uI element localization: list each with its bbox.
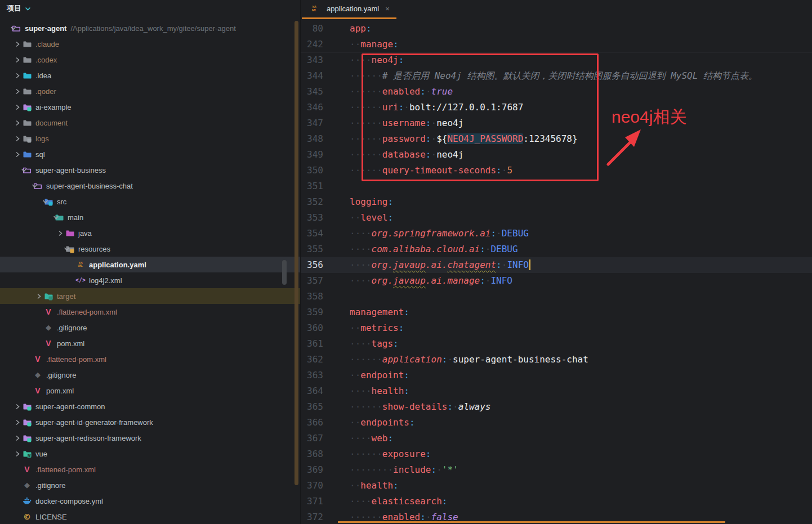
chevron-down-icon[interactable] bbox=[34, 197, 44, 206]
tree-item-docker-compose-yml[interactable]: docker-compose.yml bbox=[0, 493, 300, 509]
tree-item-license[interactable]: ©LICENSE bbox=[0, 509, 300, 524]
chevron-down-icon[interactable] bbox=[2, 24, 12, 33]
tree-item-gitignore[interactable]: ◆.gitignore bbox=[0, 367, 300, 383]
tree-item-codex[interactable]: .codex bbox=[0, 52, 300, 68]
tree-item-label: .idea bbox=[35, 71, 51, 80]
code-line-359[interactable]: 359management: bbox=[301, 304, 812, 320]
tree-item-flattened-pom-xml[interactable]: V.flattened-pom.xml bbox=[0, 304, 300, 320]
chevron-down-icon[interactable] bbox=[24, 181, 33, 190]
tree-item-flattened-pom-xml[interactable]: V.flattened-pom.xml bbox=[0, 462, 300, 477]
tree-item-claude[interactable]: .claude bbox=[0, 36, 300, 52]
tree-item-target[interactable]: target bbox=[0, 288, 300, 304]
tab-application-yaml[interactable]: YAML application.yaml × bbox=[302, 0, 396, 19]
code-line-356[interactable]: 356····org.javaup.ai.chatagent:·INFO bbox=[301, 257, 812, 273]
svg-text:V: V bbox=[28, 454, 31, 458]
code-line-344[interactable]: 344······# 是否启用 Neo4j 结构图。默认关闭，关闭时结构图服务自… bbox=[301, 68, 812, 84]
chevron-right-icon[interactable] bbox=[13, 402, 23, 411]
chevron-right-icon[interactable] bbox=[13, 150, 23, 159]
chevron-right-icon[interactable] bbox=[13, 433, 23, 442]
tree-item-super-agent-common[interactable]: super-agent-common bbox=[0, 398, 300, 414]
tree-item-resources[interactable]: resources bbox=[0, 241, 300, 257]
folder-icon bbox=[65, 229, 74, 238]
tree-item-super-agent-business-chat[interactable]: super-agent-business-chat bbox=[0, 178, 300, 194]
code-line-371[interactable]: 371····elasticsearch: bbox=[301, 494, 812, 509]
code-line-358[interactable]: 358 bbox=[301, 289, 812, 304]
tree-item-sql[interactable]: sql bbox=[0, 146, 300, 162]
code-line-362[interactable]: 362······application:·super-agent-busine… bbox=[301, 352, 812, 368]
chevron-down-icon[interactable] bbox=[45, 213, 55, 222]
code-line-357[interactable]: 357····org.javaup.ai.manage:·INFO bbox=[301, 273, 812, 289]
code-line-346[interactable]: 346······uri:·bolt://127.0.0.1:7687 bbox=[301, 100, 812, 115]
tree-item-super-agent[interactable]: super-agent/Applications/java/idea_work_… bbox=[0, 20, 300, 36]
code-line-360[interactable]: 360··metrics: bbox=[301, 320, 812, 336]
tree-item-application-yaml[interactable]: YAMLapplication.yaml bbox=[0, 257, 300, 272]
tree-scrollbar-thumb[interactable] bbox=[282, 260, 287, 285]
code-line-370[interactable]: 370··health: bbox=[301, 478, 812, 494]
chevron-down-icon[interactable] bbox=[13, 165, 23, 174]
chevron-right-icon[interactable] bbox=[13, 134, 23, 143]
code-line-365[interactable]: 365······show-details:·always bbox=[301, 399, 812, 415]
tree-item-gitignore[interactable]: ◆.gitignore bbox=[0, 477, 300, 493]
code-line-364[interactable]: 364····health: bbox=[301, 383, 812, 399]
code-line-369[interactable]: 369········include:·'*' bbox=[301, 462, 812, 478]
line-number: 354 bbox=[301, 226, 323, 241]
code-line-242[interactable]: 242··manage: bbox=[301, 37, 812, 52]
tree-item-super-agent-redisson-framework[interactable]: super-agent-redisson-framework bbox=[0, 430, 300, 446]
project-panel-title[interactable]: 项目 bbox=[7, 3, 21, 14]
tree-item-super-agent-id-generator-framework[interactable]: super-agent-id-generator-framework bbox=[0, 414, 300, 430]
tree-item-logs[interactable]: logs bbox=[0, 131, 300, 146]
chevron-right-icon[interactable] bbox=[13, 449, 23, 458]
tree-item-log4j2-xml[interactable]: </>log4j2.xml bbox=[0, 272, 300, 288]
chevron-down-icon[interactable] bbox=[25, 6, 31, 12]
tree-item-flattened-pom-xml[interactable]: V.flattened-pom.xml bbox=[0, 351, 300, 367]
tree-item-java[interactable]: java bbox=[0, 225, 300, 241]
tree-item-label: application.yaml bbox=[89, 261, 146, 269]
code-line-355[interactable]: 355····com.alibaba.cloud.ai:·DEBUG bbox=[301, 241, 812, 257]
chevron-right-icon[interactable] bbox=[13, 418, 23, 427]
tree-item-document[interactable]: document bbox=[0, 115, 300, 131]
panel-scrollbar[interactable] bbox=[295, 21, 298, 485]
chevron-right-icon[interactable] bbox=[34, 292, 44, 301]
code-line-345[interactable]: 345······enabled:·true bbox=[301, 84, 812, 100]
chevron-right-icon[interactable] bbox=[13, 71, 23, 80]
tree-item-gitignore[interactable]: ◆.gitignore bbox=[0, 320, 300, 335]
tree-item-main[interactable]: main bbox=[0, 209, 300, 225]
chevron-right-icon[interactable] bbox=[13, 102, 23, 111]
tree-item-ai-example[interactable]: ai-example bbox=[0, 99, 300, 115]
code-line-347[interactable]: 347······username:·neo4j bbox=[301, 115, 812, 131]
tree-item-idea[interactable]: .idea bbox=[0, 68, 300, 83]
code-line-372[interactable]: 372······enabled:·false bbox=[301, 509, 812, 524]
code-line-368[interactable]: 368······exposure: bbox=[301, 446, 812, 462]
code-line-351[interactable]: 351 bbox=[301, 178, 812, 194]
code-line-80[interactable]: 80app: bbox=[301, 21, 812, 37]
code-line-367[interactable]: 367····web: bbox=[301, 431, 812, 446]
code-area[interactable]: 80app:242··manage:343····neo4j:344······… bbox=[301, 21, 812, 524]
tree-item-pom-xml[interactable]: Vpom.xml bbox=[0, 335, 300, 351]
code-line-366[interactable]: 366··endpoints: bbox=[301, 415, 812, 431]
tree-item-src[interactable]: src bbox=[0, 194, 300, 209]
code-line-363[interactable]: 363··endpoint: bbox=[301, 368, 812, 383]
tree-item-qoder[interactable]: .qoder bbox=[0, 83, 300, 99]
chevron-right-icon[interactable] bbox=[13, 55, 23, 64]
code-line-343[interactable]: 343····neo4j: bbox=[301, 52, 812, 68]
tree-item-super-agent-business[interactable]: super-agent-business bbox=[0, 162, 300, 178]
code-line-350[interactable]: 350······query-timeout-seconds:·5 bbox=[301, 163, 812, 178]
code-line-353[interactable]: 353··level: bbox=[301, 210, 812, 226]
folder-icon bbox=[23, 433, 32, 442]
project-tree: super-agent/Applications/java/idea_work_… bbox=[0, 20, 300, 524]
tree-item-pom-xml[interactable]: Vpom.xml bbox=[0, 383, 300, 398]
tab-close-icon[interactable]: × bbox=[385, 5, 390, 13]
code-line-361[interactable]: 361····tags: bbox=[301, 336, 812, 352]
code-line-348[interactable]: 348······password:·${NEO4J_PASSWORD:1234… bbox=[301, 131, 812, 147]
chevron-right-icon[interactable] bbox=[13, 39, 23, 48]
code-line-349[interactable]: 349······database:·neo4j bbox=[301, 147, 812, 163]
chevron-right-icon[interactable] bbox=[13, 87, 23, 96]
line-number: 369 bbox=[301, 462, 323, 478]
tree-item-vue[interactable]: Vvue bbox=[0, 446, 300, 462]
chevron-right-icon[interactable] bbox=[13, 118, 23, 127]
chevron-right-icon[interactable] bbox=[56, 229, 65, 238]
chevron-down-icon[interactable] bbox=[56, 244, 65, 253]
code-line-352[interactable]: 352logging: bbox=[301, 194, 812, 210]
code-line-354[interactable]: 354····org.springframework.ai:·DEBUG bbox=[301, 226, 812, 241]
code-line-content: ····org.javaup.ai.manage:·INFO bbox=[350, 273, 512, 289]
